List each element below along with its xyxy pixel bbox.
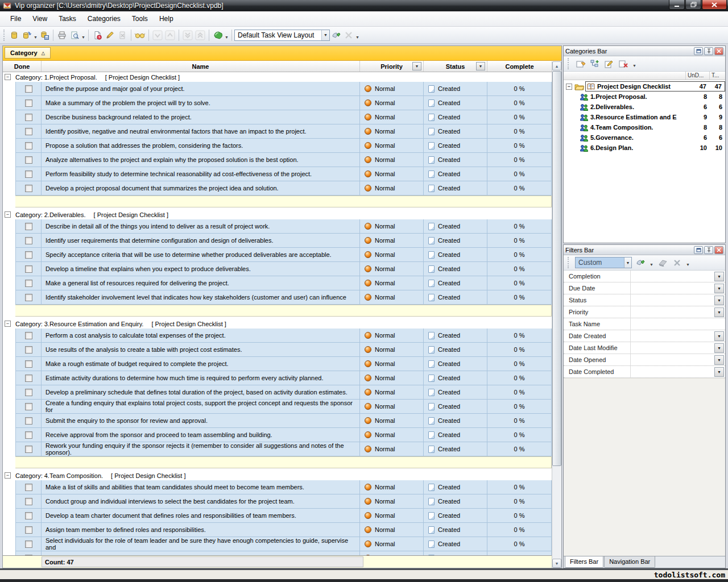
column-header-priority[interactable]: Priority▼ <box>360 61 424 72</box>
task-checkbox[interactable] <box>25 265 32 273</box>
priority-cell[interactable]: Normal <box>360 153 424 167</box>
vertical-scrollbar[interactable]: ▲ ▼ <box>552 61 561 568</box>
task-row[interactable]: Analyze alternatives to the project and … <box>3 153 552 167</box>
collapse-icon[interactable]: − <box>5 211 11 218</box>
priority-cell[interactable]: Normal <box>360 400 424 414</box>
priority-cell[interactable]: Normal <box>360 329 424 343</box>
task-row[interactable]: Conduct group and individual interviews … <box>3 494 552 509</box>
priority-cell[interactable]: Normal <box>360 428 424 442</box>
priority-cell[interactable]: Normal <box>360 414 424 428</box>
task-checkbox[interactable] <box>25 280 32 287</box>
status-cell[interactable]: Created <box>424 124 487 139</box>
status-cell[interactable]: Created <box>424 290 487 305</box>
collapse-icon[interactable]: − <box>5 321 11 327</box>
task-name[interactable]: Describe in detail all of the things you… <box>42 219 360 234</box>
priority-cell[interactable]: Normal <box>360 494 424 509</box>
status-cell[interactable]: Created <box>424 400 487 414</box>
priority-cell[interactable]: Normal <box>360 167 424 181</box>
task-name[interactable]: Develop a team charter document that def… <box>42 509 360 523</box>
priority-cell[interactable]: Normal <box>360 139 424 153</box>
categories-bar-pin-button[interactable] <box>704 47 713 55</box>
task-row[interactable]: Rework your funding enquiry if the spons… <box>3 442 552 456</box>
tree-collapse-icon[interactable]: − <box>566 84 572 90</box>
menu-categories[interactable]: Categories <box>82 13 126 25</box>
task-name[interactable]: Make a rough estimate of budget required… <box>42 357 360 371</box>
selected-tree-row[interactable]: Project Design Checklist4747 <box>585 81 725 92</box>
priority-cell[interactable]: Normal <box>360 371 424 385</box>
filter-dropdown-button[interactable]: ▼ <box>714 367 724 377</box>
task-row[interactable]: Develop a timeline that explains when yo… <box>3 262 552 276</box>
complete-task-icon[interactable] <box>134 29 146 41</box>
categories-toolbar-grip[interactable] <box>568 58 570 69</box>
move-to-top-icon[interactable] <box>194 29 206 41</box>
filter-dropdown-button[interactable]: ▼ <box>714 307 724 317</box>
task-checkbox[interactable] <box>25 128 32 135</box>
move-to-bottom-icon[interactable] <box>181 29 194 41</box>
tab-navigation-bar[interactable]: Navigation Bar <box>604 556 655 568</box>
task-row[interactable]: Identify stakeholder involvement level t… <box>3 290 552 305</box>
task-checkbox[interactable] <box>25 346 32 354</box>
manage-layouts-icon[interactable] <box>330 29 342 41</box>
maximize-button[interactable] <box>685 0 701 10</box>
scroll-down-arrow[interactable]: ▼ <box>552 559 561 568</box>
menu-view[interactable]: View <box>27 13 53 25</box>
column-header-done[interactable]: Done <box>3 61 42 72</box>
delete-category-icon[interactable] <box>618 58 629 69</box>
task-checkbox[interactable] <box>25 512 32 519</box>
new-category-icon[interactable] <box>575 58 586 69</box>
task-row[interactable]: Identify user requirements that determin… <box>3 234 552 248</box>
edit-task-icon[interactable] <box>104 29 116 41</box>
status-cell[interactable]: Created <box>424 262 487 276</box>
priority-cell[interactable]: Normal <box>360 110 424 124</box>
task-checkbox[interactable] <box>25 375 32 382</box>
filters-bar-close-button[interactable] <box>714 246 723 254</box>
status-cell[interactable]: Created <box>424 371 487 385</box>
collapse-icon[interactable]: − <box>5 472 11 479</box>
task-name[interactable]: Identify stakeholder involvement level t… <box>42 290 360 305</box>
task-checkbox[interactable] <box>25 541 32 548</box>
priority-cell[interactable]: Normal <box>360 385 424 400</box>
filter-dropdown-button[interactable]: ▼ <box>714 272 724 281</box>
status-cell[interactable]: Created <box>424 329 487 343</box>
status-cell[interactable]: Created <box>424 153 487 167</box>
priority-cell[interactable]: Normal <box>360 480 424 494</box>
task-row[interactable]: Make a list of skills and abilities that… <box>3 480 552 494</box>
column-header-name[interactable]: Name <box>42 61 360 72</box>
filter-dropdown-button[interactable]: ▼ <box>714 331 724 341</box>
total-column-header[interactable]: T... <box>709 72 725 80</box>
task-checkbox[interactable] <box>25 171 32 178</box>
priority-cell[interactable]: Normal <box>360 234 424 248</box>
menu-tools[interactable]: Tools <box>126 13 154 25</box>
priority-cell[interactable]: Normal <box>360 96 424 110</box>
status-cell[interactable]: Created <box>424 167 487 181</box>
category-tree-item[interactable]: 1.Project Proposal.88 <box>564 92 725 102</box>
task-name[interactable]: Develop a project proposal document that… <box>42 181 360 196</box>
task-name[interactable]: Develop a timeline that explains when yo… <box>42 262 360 276</box>
task-row[interactable]: Submit the enquiry to the sponsor for re… <box>3 414 552 428</box>
priority-cell[interactable]: Normal <box>360 262 424 276</box>
task-row[interactable]: Describe in detail all of the things you… <box>3 219 552 234</box>
task-name[interactable]: Specify acceptance criteria that will be… <box>42 248 360 262</box>
clear-filter-icon[interactable] <box>657 257 668 268</box>
filter-dropdown-button[interactable]: ▼ <box>714 296 724 305</box>
print-dropdown[interactable]: ▼ <box>81 29 86 41</box>
category-tree-item[interactable]: 2.Deliverables.66 <box>564 102 725 112</box>
groupby-category-button[interactable]: Category △ <box>5 47 51 59</box>
task-checkbox[interactable] <box>25 332 32 339</box>
task-name[interactable]: Conduct group and individual interviews … <box>42 494 360 509</box>
tab-filters-bar[interactable]: Filters Bar <box>565 556 603 568</box>
open-database-icon[interactable] <box>20 29 33 41</box>
priority-cell[interactable]: Normal <box>360 523 424 537</box>
priority-cell[interactable]: Normal <box>360 537 424 551</box>
menu-file[interactable]: File <box>5 13 27 25</box>
save-database-icon[interactable] <box>38 29 51 41</box>
task-checkbox[interactable] <box>25 223 32 230</box>
status-cell[interactable]: Created <box>424 343 487 357</box>
status-cell[interactable]: Created <box>424 494 487 509</box>
priority-cell[interactable]: Normal <box>360 343 424 357</box>
new-task-area[interactable] <box>15 456 552 468</box>
task-row[interactable]: Select individuals for the role of team … <box>3 537 552 551</box>
task-name[interactable]: Make a list of skills and abilities that… <box>42 480 360 494</box>
category-group-row[interactable]: −Category: 4.Team Composition.[ Project … <box>3 471 552 480</box>
task-row[interactable]: Propose a solution that addresses the pr… <box>3 139 552 153</box>
